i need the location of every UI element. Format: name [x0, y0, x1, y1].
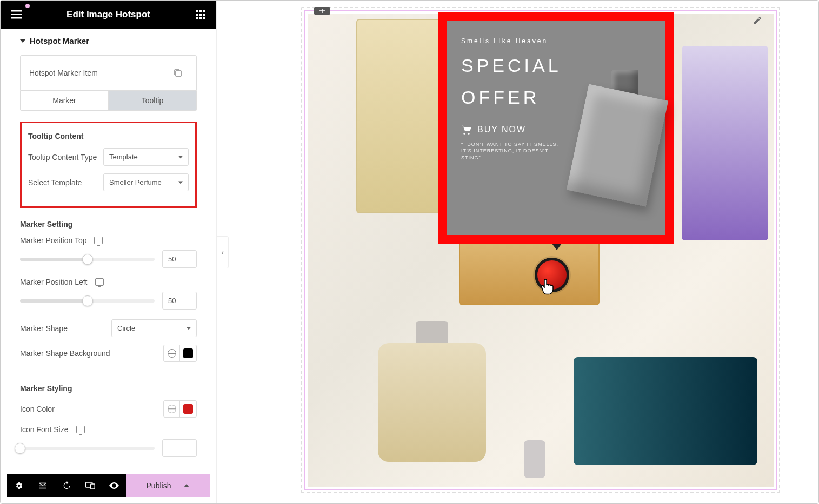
font-size-input[interactable] — [162, 439, 197, 457]
global-color-icon[interactable] — [164, 401, 180, 417]
navigator-icon[interactable] — [31, 474, 55, 497]
svg-rect-8 — [203, 14, 205, 16]
color-swatch[interactable] — [180, 345, 196, 361]
editor-sidebar: Edit Image Hotspot Hotspot Marker Hotspo… — [1, 1, 217, 503]
tab-tooltip[interactable]: Tooltip — [108, 91, 196, 110]
tooltip-text: Smells Like Heaven SPECIAL OFFER BUY NOW… — [461, 37, 568, 161]
icon-font-size-label: Icon Font Size — [20, 425, 69, 434]
slider-thumb[interactable] — [82, 295, 93, 306]
hotspot-item-row[interactable]: Hotspot Marker Item — [20, 55, 197, 91]
divider — [42, 467, 175, 467]
pos-left-slider[interactable] — [20, 299, 155, 303]
panel-title: Edit Image Hotspot — [66, 9, 150, 20]
section-title: Hotspot Marker — [30, 36, 89, 45]
bg-bottle — [682, 46, 768, 240]
svg-rect-5 — [203, 10, 205, 12]
tooltip-preview: Smells Like Heaven SPECIAL OFFER BUY NOW… — [438, 12, 674, 244]
svg-rect-2 — [11, 17, 22, 19]
desktop-icon[interactable] — [94, 237, 103, 244]
section-toggle[interactable]: Hotspot Marker — [20, 36, 197, 45]
edit-widget-icon[interactable] — [750, 14, 764, 28]
marker-setting-group: Marker Setting Marker Position Top Marke… — [20, 220, 197, 372]
slider-thumb[interactable] — [15, 443, 25, 454]
content-type-select[interactable]: Template — [103, 148, 189, 166]
menu-icon[interactable] — [10, 9, 22, 21]
svg-rect-9 — [196, 17, 198, 19]
tooltip-arrow — [552, 244, 562, 250]
marker-tooltip-tabs: Marker Tooltip — [20, 91, 197, 111]
divider — [42, 372, 175, 372]
bg-bottle — [378, 343, 486, 462]
panel-body[interactable]: Hotspot Marker Hotspot Marker Item Marke… — [1, 29, 216, 503]
font-size-slider[interactable] — [20, 447, 155, 450]
tooltip-quote: "I DON'T WANT TO SAY IT SMELLS, IT'S INT… — [461, 141, 568, 162]
tooltip-product-image — [571, 70, 658, 210]
app-frame: Edit Image Hotspot Hotspot Marker Hotspo… — [0, 0, 819, 504]
history-icon[interactable] — [55, 474, 78, 497]
svg-rect-12 — [176, 71, 181, 76]
settings-icon[interactable] — [7, 474, 31, 497]
svg-rect-4 — [199, 10, 202, 12]
caret-down-icon — [20, 39, 25, 43]
color-swatch[interactable] — [180, 401, 196, 417]
item-label: Hotspot Marker Item — [29, 69, 98, 77]
sidebar-header: Edit Image Hotspot — [1, 1, 216, 29]
tooltip-title-2: OFFER — [461, 86, 568, 109]
template-select[interactable]: Smeller Perfume — [103, 173, 189, 191]
preview-icon[interactable] — [102, 474, 126, 497]
slider-thumb[interactable] — [82, 254, 93, 265]
pos-left-label: Marker Position Left — [20, 278, 88, 286]
shape-label: Marker Shape — [20, 324, 68, 333]
tooltip-tagline: Smells Like Heaven — [461, 37, 568, 45]
duplicate-icon[interactable] — [168, 63, 188, 83]
svg-rect-0 — [11, 10, 22, 12]
svg-rect-7 — [199, 14, 202, 16]
shape-select[interactable]: Circle — [111, 319, 197, 337]
desktop-icon[interactable] — [95, 278, 104, 286]
icon-color-label: Icon Color — [20, 405, 55, 413]
shape-bg-label: Marker Shape Background — [20, 349, 110, 358]
select-template-label: Select Template — [28, 178, 82, 187]
svg-rect-1 — [11, 14, 22, 16]
svg-rect-3 — [196, 10, 198, 12]
bg-bottle — [524, 440, 545, 478]
marker-styling-heading: Marker Styling — [20, 384, 197, 393]
bg-bottle — [574, 357, 757, 465]
content-type-label: Tooltip Content Type — [28, 153, 97, 162]
svg-rect-14 — [91, 484, 95, 489]
notification-dot — [25, 4, 30, 8]
shape-bg-color[interactable] — [163, 345, 197, 362]
chevron-up-icon[interactable] — [184, 484, 189, 487]
cart-icon — [461, 125, 472, 135]
footer-bar: Publish — [7, 474, 210, 497]
tooltip-content-heading: Tooltip Content — [28, 132, 189, 140]
svg-rect-6 — [196, 14, 198, 16]
pos-top-input[interactable] — [162, 250, 197, 268]
tooltip-cta[interactable]: BUY NOW — [461, 125, 568, 135]
pos-top-label: Marker Position Top — [20, 236, 86, 245]
svg-rect-10 — [199, 17, 202, 19]
global-color-icon[interactable] — [164, 345, 180, 361]
apps-icon[interactable] — [195, 9, 207, 21]
tab-marker[interactable]: Marker — [21, 91, 108, 110]
cursor-icon — [541, 278, 555, 294]
responsive-icon[interactable] — [78, 474, 102, 497]
tooltip-content-group: Tooltip Content Tooltip Content Type Tem… — [20, 122, 197, 208]
desktop-icon[interactable] — [76, 426, 85, 433]
section-add-handle[interactable] — [314, 7, 330, 15]
pos-top-slider[interactable] — [20, 258, 155, 261]
svg-rect-11 — [203, 17, 205, 19]
collapse-sidebar-button[interactable]: ‹ — [217, 236, 229, 268]
marker-styling-group: Marker Styling Icon Color Icon Font Size — [20, 384, 197, 467]
tooltip-title-1: SPECIAL — [461, 55, 568, 77]
publish-button[interactable]: Publish — [126, 474, 210, 497]
pos-left-input[interactable] — [162, 292, 197, 310]
marker-setting-heading: Marker Setting — [20, 220, 197, 229]
icon-color-picker[interactable] — [163, 400, 197, 418]
